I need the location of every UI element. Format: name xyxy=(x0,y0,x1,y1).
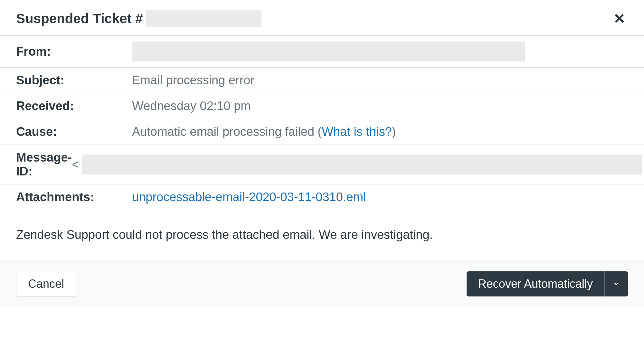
dialog-footer: Cancel Recover Automatically xyxy=(0,261,644,306)
cause-suffix: ) xyxy=(392,125,396,139)
label-from: From: xyxy=(16,45,132,59)
cause-help-link[interactable]: What is this? xyxy=(322,125,392,139)
label-attachments: Attachments: xyxy=(16,190,132,204)
label-message-id: Message-ID: xyxy=(16,151,72,178)
recover-automatically-button[interactable]: Recover Automatically xyxy=(467,271,604,296)
value-attachments: unprocessable-email-2020-03-11-0310.eml xyxy=(132,190,628,204)
dialog-title: Suspended Ticket # xyxy=(16,10,261,27)
ticket-details: From: Subject: Email processing error Re… xyxy=(0,36,644,210)
cancel-button[interactable]: Cancel xyxy=(16,271,76,297)
row-attachments: Attachments: unprocessable-email-2020-03… xyxy=(0,184,644,210)
attachment-link[interactable]: unprocessable-email-2020-03-11-0310.eml xyxy=(132,190,366,204)
row-message-id: Message-ID: < xyxy=(0,145,644,184)
chevron-down-icon xyxy=(613,281,620,287)
row-subject: Subject: Email processing error xyxy=(0,68,644,93)
value-cause: Automatic email processing failed (What … xyxy=(132,125,628,139)
dialog-header: Suspended Ticket # ✕ xyxy=(0,0,644,36)
ticket-number-redacted xyxy=(146,10,261,27)
from-redacted xyxy=(132,42,525,61)
label-cause: Cause: xyxy=(16,125,132,139)
value-from xyxy=(132,42,628,61)
body-message: Zendesk Support could not process the at… xyxy=(0,210,644,261)
value-received: Wednesday 02:10 pm xyxy=(132,99,628,113)
value-subject: Email processing error xyxy=(132,73,628,87)
message-id-prefix: < xyxy=(72,158,79,172)
value-message-id: < xyxy=(72,155,642,174)
row-from: From: xyxy=(0,36,644,68)
label-received: Received: xyxy=(16,99,132,113)
label-subject: Subject: xyxy=(16,73,132,87)
title-prefix: Suspended Ticket # xyxy=(16,11,143,26)
cause-prefix: Automatic email processing failed ( xyxy=(132,125,322,139)
recover-button-group: Recover Automatically xyxy=(467,271,628,296)
message-id-redacted xyxy=(82,155,642,174)
suspended-ticket-dialog: Suspended Ticket # ✕ From: Subject: Emai… xyxy=(0,0,644,306)
close-icon[interactable]: ✕ xyxy=(611,12,628,26)
row-cause: Cause: Automatic email processing failed… xyxy=(0,119,644,145)
recover-dropdown-button[interactable] xyxy=(604,271,628,296)
row-received: Received: Wednesday 02:10 pm xyxy=(0,93,644,119)
